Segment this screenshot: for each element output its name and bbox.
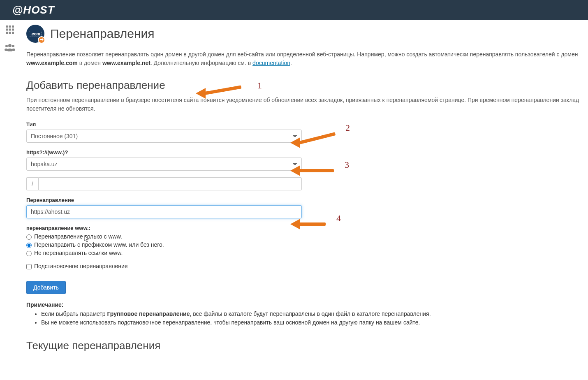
svg-rect-8 [12,32,14,34]
note-item: Если выбрать параметр Групповое перенапр… [41,310,588,318]
add-redirect-heading: Добавить перенаправление [26,79,588,92]
documentation-link[interactable]: documentation [252,60,290,66]
redirect-badge-icon [38,36,45,44]
domain-label: https?://(www.)? [26,149,302,155]
svg-rect-3 [6,29,8,31]
redirect-input[interactable] [26,205,302,218]
wildcard-checkbox[interactable]: Подстановочное перенаправление [26,263,302,269]
logo: @HOST [12,4,55,16]
radio-www-none[interactable]: Не перенаправлять ссылки www. [26,250,302,256]
svg-rect-5 [12,29,14,31]
redirect-page-icon: .com [26,25,44,43]
app-header: @HOST [0,0,588,20]
add-button[interactable]: Добавить [26,281,66,294]
annotation-number: 4 [336,213,341,224]
domain-select[interactable]: hopaka.uz [26,158,302,171]
apps-grid-icon[interactable] [5,25,15,36]
svg-rect-2 [12,25,14,28]
type-select[interactable]: Постоянное (301) [26,130,302,143]
svg-point-13 [12,45,14,47]
type-label: Тип [26,121,302,127]
annotation-number: 2 [345,123,350,133]
users-icon[interactable] [5,43,15,53]
svg-rect-1 [9,25,11,28]
notes-list: Если выбрать параметр Групповое перенапр… [26,310,588,327]
page-title: Перенаправления [50,27,155,41]
svg-point-10 [7,49,13,51]
add-redirect-desc: При постоянном перенаправлении в браузер… [26,96,588,113]
redirect-label: Перенаправление [26,197,302,203]
svg-rect-6 [6,32,8,34]
note-item: Вы не можете использовать подстановочное… [41,318,588,327]
radio-www-only[interactable]: Перенаправление только с www. [26,233,302,240]
current-redirects-heading: Текущие перенаправления [26,339,588,352]
intro-text: Перенаправление позволяет перенаправлять… [26,50,588,67]
sidebar [0,20,20,373]
path-input[interactable] [38,177,302,190]
path-prefix: / [26,177,38,190]
radio-www-both[interactable]: Перенаправить с префиксом www. или без н… [26,241,302,248]
note-heading: Примечание: [26,301,588,308]
svg-rect-0 [6,25,8,28]
annotation-number: 3 [345,160,349,170]
svg-point-9 [8,44,12,47]
svg-point-12 [5,49,8,51]
svg-rect-4 [9,29,11,31]
main-content: .com Перенаправления Перенаправление поз… [20,20,588,373]
svg-rect-7 [9,32,11,34]
svg-point-14 [12,49,15,51]
svg-point-11 [5,45,8,47]
www-group-label: перенаправление www.: [26,225,302,231]
